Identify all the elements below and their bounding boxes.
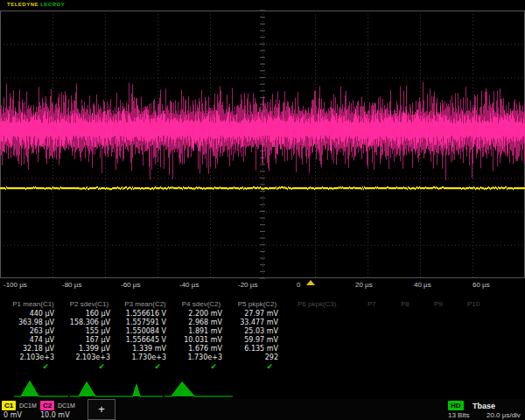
hd-badge[interactable]: HD <box>448 401 464 410</box>
param-header-dimmed[interactable]: P10 <box>467 300 500 308</box>
param-value: 263 µV <box>5 327 61 336</box>
param-header[interactable]: P1 mean(C1) <box>5 300 61 310</box>
param-value: 1.730e+3 <box>117 354 173 362</box>
param-value: 6.135 mV <box>229 345 285 354</box>
param-value: 440 µV <box>5 310 61 318</box>
histicon[interactable] <box>124 378 163 399</box>
param-status-check-icon: ✔ <box>5 362 61 372</box>
param-value: 10.031 mV <box>173 336 229 345</box>
param-value: 1.891 mV <box>173 327 229 336</box>
param-header[interactable]: P2 sdev(C1) <box>61 300 117 310</box>
waveform-display[interactable] <box>0 0 525 280</box>
measurement-column: P2 sdev(C1)160 µV158.306 µV155 µV167 µV1… <box>61 300 117 372</box>
param-value: 167 µV <box>61 336 117 345</box>
param-value: 1.339 mV <box>117 345 173 354</box>
param-value: 160 µV <box>61 310 117 318</box>
oscilloscope-screen: TELEDYNE LECROY -100 µs-80 µs-60 µs-40 µ… <box>0 0 525 420</box>
param-value: 2.103e+3 <box>5 354 61 362</box>
param-value: 1.557591 V <box>117 318 173 327</box>
histicon[interactable] <box>70 378 124 399</box>
param-value: 292 <box>229 354 285 362</box>
channel-c2-chip[interactable]: C2 <box>40 401 54 410</box>
param-header[interactable]: P4 sdev(C2) <box>173 300 229 310</box>
param-value: 158.306 µV <box>61 318 117 327</box>
histicon[interactable] <box>14 378 68 399</box>
parameter-histicons <box>0 378 525 401</box>
param-value: 1.676 mV <box>173 345 229 354</box>
resolution-bits-text: 13 Bits <box>448 411 469 419</box>
axis-tick-label: -100 µs <box>4 281 27 289</box>
measurement-table: P1 mean(C1)440 µV363.98 µV263 µV474 µV32… <box>5 300 285 372</box>
param-status-check-icon: ✔ <box>117 362 173 372</box>
trigger-position-marker[interactable] <box>306 280 315 285</box>
param-value: 1.550084 V <box>117 327 173 336</box>
param-value: 59.97 mV <box>229 336 285 345</box>
param-status-check-icon: ✔ <box>173 362 229 372</box>
timebase-descriptor[interactable]: Tbase <box>472 402 495 410</box>
param-status-check-icon: ✔ <box>61 362 117 372</box>
histicon[interactable] <box>164 378 233 399</box>
param-value: 1.730e+3 <box>173 354 229 362</box>
param-value: 155 µV <box>61 327 117 336</box>
channel-c1-coupling: DC1M <box>19 402 37 409</box>
param-value: 2.968 mV <box>173 318 229 327</box>
crosshair-icon: + <box>98 402 105 416</box>
axis-tick-label: -20 µs <box>238 281 257 289</box>
param-header[interactable]: P3 mean(C2) <box>117 300 173 310</box>
param-value: 27.97 mV <box>229 310 285 318</box>
axis-tick-label: -40 µs <box>179 281 199 289</box>
measurement-table-dimmed-headers: P6 pkpk(C3)P7P8P9P10 <box>298 300 500 308</box>
param-value: 1.556616 V <box>117 310 173 318</box>
param-value: 1.556645 V <box>117 336 173 345</box>
axis-tick-label: 0 <box>297 281 300 289</box>
param-header-dimmed[interactable]: P6 pkpk(C3) <box>298 300 368 308</box>
param-value: 363.98 µV <box>5 318 61 327</box>
param-value: 1.399 µV <box>61 345 117 354</box>
param-value: 33.477 mV <box>229 318 285 327</box>
param-header-dimmed[interactable]: P8 <box>401 300 434 308</box>
param-value: 32.18 µV <box>5 345 61 354</box>
param-value: 474 µV <box>5 336 61 345</box>
measurement-column: P3 mean(C2)1.556616 V1.557591 V1.550084 … <box>117 300 173 372</box>
cursor-marker-button[interactable]: + <box>88 399 116 420</box>
axis-tick-label: 40 µs <box>414 281 431 289</box>
param-status-check-icon: ✔ <box>229 362 285 372</box>
param-value: 25.03 mV <box>229 327 285 336</box>
param-value: 2.103e+3 <box>61 354 117 362</box>
measurement-column: P4 sdev(C2)2.200 mV2.968 mV1.891 mV10.03… <box>173 300 229 372</box>
channel-c2-value: 10.0 mV <box>40 411 70 419</box>
axis-tick-label: 20 µs <box>355 281 373 289</box>
channel-c1-value: 0 mV <box>4 411 22 419</box>
bottom-bar: C1 DC1M 0 mV C2 DC1M 10.0 mV + HD Tbase … <box>0 399 525 420</box>
timebase-axis-labels: -100 µs-80 µs-60 µs-40 µs-20 µs020 µs40 … <box>0 281 525 291</box>
axis-tick-label: -60 µs <box>121 281 140 289</box>
axis-tick-label: -80 µs <box>62 281 81 289</box>
param-header-dimmed[interactable]: P7 <box>368 300 401 308</box>
param-value: 2.200 mV <box>173 310 229 318</box>
channel-c2-coupling: DC1M <box>58 402 75 409</box>
axis-tick-label: 60 µs <box>472 281 490 289</box>
measurement-column: P5 pkpk(C2)27.97 mV33.477 mV25.03 mV59.9… <box>229 300 285 372</box>
param-header[interactable]: P5 pkpk(C2) <box>229 300 285 310</box>
channel-c1-chip[interactable]: C1 <box>2 401 16 410</box>
measurement-column: P1 mean(C1)440 µV363.98 µV263 µV474 µV32… <box>5 300 61 372</box>
timebase-scale-text: 20.0 µs/div <box>486 411 521 419</box>
param-header-dimmed[interactable]: P9 <box>434 300 467 308</box>
